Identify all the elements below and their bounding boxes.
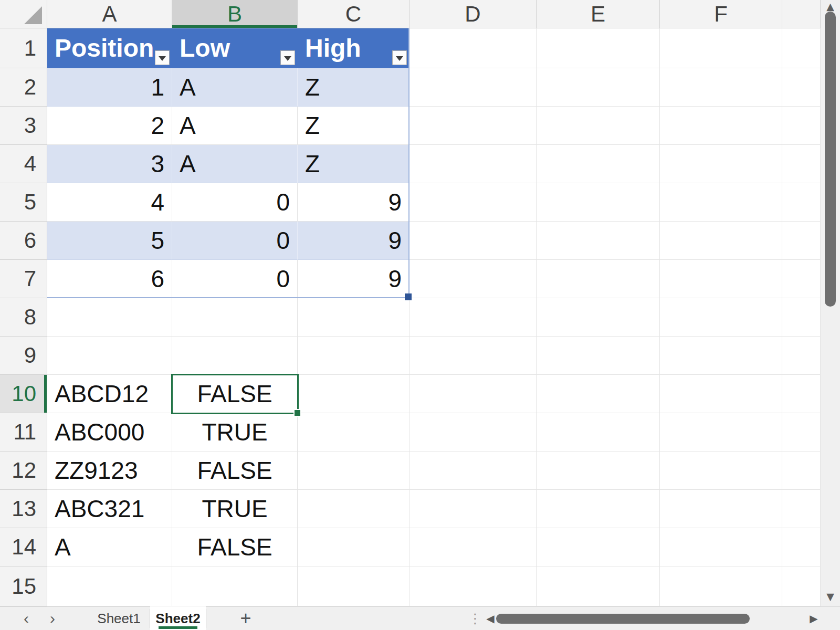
cell-F3[interactable] bbox=[660, 107, 782, 145]
cell-D14[interactable] bbox=[410, 528, 537, 566]
cell-F15[interactable] bbox=[660, 566, 782, 606]
cell-D5[interactable] bbox=[410, 183, 537, 222]
cell-A7[interactable]: 6 bbox=[47, 260, 172, 298]
cell-D6[interactable] bbox=[410, 222, 537, 260]
cell-B4[interactable]: A bbox=[172, 145, 298, 183]
cell-E8[interactable] bbox=[537, 298, 660, 337]
row-header-3[interactable]: 3 bbox=[0, 107, 47, 145]
cell-F1[interactable] bbox=[660, 28, 782, 68]
column-header-C[interactable]: C bbox=[298, 0, 410, 28]
cell-F10[interactable] bbox=[660, 375, 782, 413]
cell-D7[interactable] bbox=[410, 260, 537, 298]
cell-A11[interactable]: ABC000 bbox=[47, 413, 172, 452]
cell-C12[interactable] bbox=[298, 452, 410, 490]
cell-F11[interactable] bbox=[660, 413, 782, 452]
column-header-A[interactable]: A bbox=[47, 0, 172, 28]
cell-B6[interactable]: 0 bbox=[172, 222, 298, 260]
cell-C10[interactable] bbox=[298, 375, 410, 413]
cell-B8[interactable] bbox=[172, 298, 298, 337]
cell-A13[interactable]: ABC321 bbox=[47, 490, 172, 528]
row-header-15[interactable]: 15 bbox=[0, 566, 47, 606]
cell-B2[interactable]: A bbox=[172, 68, 298, 107]
cell-B13[interactable]: TRUE bbox=[172, 490, 298, 528]
cell-D13[interactable] bbox=[410, 490, 537, 528]
cell-C15[interactable] bbox=[298, 566, 410, 606]
select-all-corner[interactable] bbox=[0, 0, 47, 28]
cell-F7[interactable] bbox=[660, 260, 782, 298]
cell-E15[interactable] bbox=[537, 566, 660, 606]
cell-C6[interactable]: 9 bbox=[298, 222, 410, 260]
prev-sheet-icon[interactable]: ‹ bbox=[16, 607, 37, 630]
cell-D10[interactable] bbox=[410, 375, 537, 413]
cell-A12[interactable]: ZZ9123 bbox=[47, 452, 172, 490]
cell-F12[interactable] bbox=[660, 452, 782, 490]
row-header-7[interactable]: 7 bbox=[0, 260, 47, 298]
column-header-E[interactable]: E bbox=[537, 0, 660, 28]
cell-D15[interactable] bbox=[410, 566, 537, 606]
tab-sheet1[interactable]: Sheet1 bbox=[88, 607, 150, 630]
cell-G7[interactable] bbox=[782, 260, 821, 298]
cell-G12[interactable] bbox=[782, 452, 821, 490]
cell-G3[interactable] bbox=[782, 107, 821, 145]
cell-E9[interactable] bbox=[537, 337, 660, 375]
column-header-F[interactable]: F bbox=[660, 0, 782, 28]
cell-G10[interactable] bbox=[782, 375, 821, 413]
cell-A5[interactable]: 4 bbox=[47, 183, 172, 222]
row-header-8[interactable]: 8 bbox=[0, 298, 47, 337]
fill-handle[interactable] bbox=[293, 409, 301, 417]
column-header-D[interactable]: D bbox=[410, 0, 537, 28]
cell-B11[interactable]: TRUE bbox=[172, 413, 298, 452]
tab-sheet2[interactable]: Sheet2 bbox=[150, 606, 206, 630]
cell-F9[interactable] bbox=[660, 337, 782, 375]
row-header-10[interactable]: 10 bbox=[0, 375, 47, 413]
scroll-down-icon[interactable]: ▼ bbox=[821, 590, 840, 603]
cell-D4[interactable] bbox=[410, 145, 537, 183]
cell-G1[interactable] bbox=[782, 28, 821, 68]
filter-dropdown-button[interactable] bbox=[280, 50, 295, 65]
cell-C14[interactable] bbox=[298, 528, 410, 566]
cell-G4[interactable] bbox=[782, 145, 821, 183]
cell-D12[interactable] bbox=[410, 452, 537, 490]
cell-A2[interactable]: 1 bbox=[47, 68, 172, 107]
cell-C11[interactable] bbox=[298, 413, 410, 452]
cell-A9[interactable] bbox=[47, 337, 172, 375]
cell-A3[interactable]: 2 bbox=[47, 107, 172, 145]
row-header-13[interactable]: 13 bbox=[0, 490, 47, 528]
cell-D3[interactable] bbox=[410, 107, 537, 145]
cell-F2[interactable] bbox=[660, 68, 782, 107]
horizontal-scrollbar-thumb[interactable] bbox=[496, 614, 750, 624]
cell-E12[interactable] bbox=[537, 452, 660, 490]
cell-A8[interactable] bbox=[47, 298, 172, 337]
cell-C8[interactable] bbox=[298, 298, 410, 337]
row-header-1[interactable]: 1 bbox=[0, 28, 47, 68]
column-header-B[interactable]: B bbox=[172, 0, 298, 28]
cell-G8[interactable] bbox=[782, 298, 821, 337]
add-sheet-button[interactable]: + bbox=[231, 607, 260, 630]
cell-G13[interactable] bbox=[782, 490, 821, 528]
cell-B12[interactable]: FALSE bbox=[172, 452, 298, 490]
cell-D8[interactable] bbox=[410, 298, 537, 337]
cell-G9[interactable] bbox=[782, 337, 821, 375]
cell-D11[interactable] bbox=[410, 413, 537, 452]
cell-D2[interactable] bbox=[410, 68, 537, 107]
cell-E2[interactable] bbox=[537, 68, 660, 107]
cell-B14[interactable]: FALSE bbox=[172, 528, 298, 566]
cell-C13[interactable] bbox=[298, 490, 410, 528]
next-sheet-icon[interactable]: › bbox=[42, 607, 63, 630]
cell-A6[interactable]: 5 bbox=[47, 222, 172, 260]
cell-G2[interactable] bbox=[782, 68, 821, 107]
cell-D9[interactable] bbox=[410, 337, 537, 375]
column-header-partial[interactable] bbox=[782, 0, 821, 28]
cell-B15[interactable] bbox=[172, 566, 298, 606]
cell-E1[interactable] bbox=[537, 28, 660, 68]
row-header-6[interactable]: 6 bbox=[0, 222, 47, 260]
cell-E5[interactable] bbox=[537, 183, 660, 222]
cell-D1[interactable] bbox=[410, 28, 537, 68]
cell-G11[interactable] bbox=[782, 413, 821, 452]
cell-E11[interactable] bbox=[537, 413, 660, 452]
cell-F4[interactable] bbox=[660, 145, 782, 183]
cell-B9[interactable] bbox=[172, 337, 298, 375]
cell-C9[interactable] bbox=[298, 337, 410, 375]
cell-F5[interactable] bbox=[660, 183, 782, 222]
cell-A10[interactable]: ABCD12 bbox=[47, 375, 172, 413]
